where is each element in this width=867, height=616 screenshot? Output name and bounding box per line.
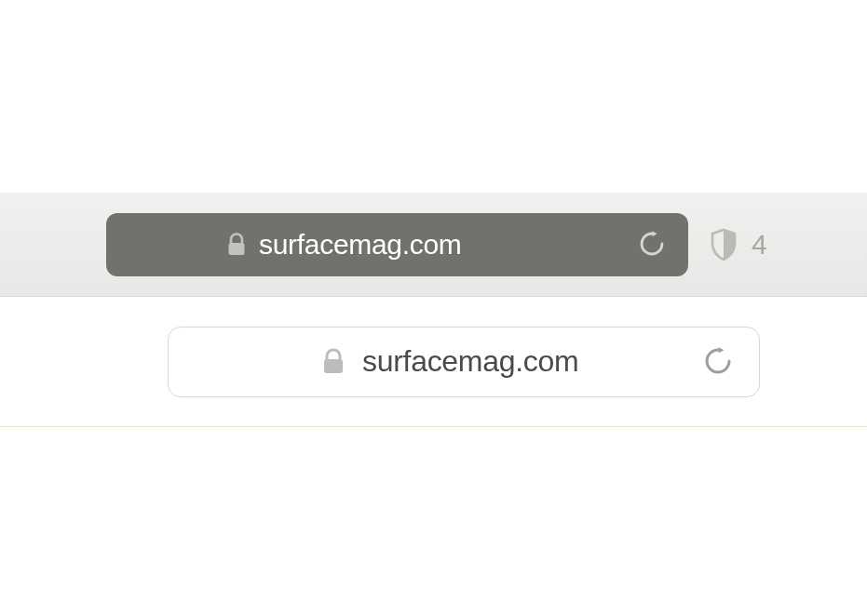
page-content-header: surfacemag.com	[0, 297, 867, 427]
address-bar-dark[interactable]: surfacemag.com	[106, 213, 688, 276]
privacy-report[interactable]: 4	[709, 227, 767, 262]
tracker-count: 4	[752, 229, 767, 261]
lock-icon	[322, 348, 345, 376]
safari-toolbar: surfacemag.com 4	[0, 193, 867, 297]
address-bar-light[interactable]: surfacemag.com	[168, 327, 760, 397]
shield-icon	[709, 227, 738, 262]
top-spacer	[0, 0, 867, 193]
url-text-dark: surfacemag.com	[259, 229, 462, 261]
reload-icon[interactable]	[638, 229, 666, 261]
svg-rect-1	[324, 359, 343, 373]
reload-icon[interactable]	[703, 345, 733, 379]
svg-rect-0	[229, 243, 245, 255]
bottom-spacer	[0, 427, 867, 616]
url-text-light: surfacemag.com	[362, 344, 578, 379]
lock-icon	[227, 233, 246, 257]
